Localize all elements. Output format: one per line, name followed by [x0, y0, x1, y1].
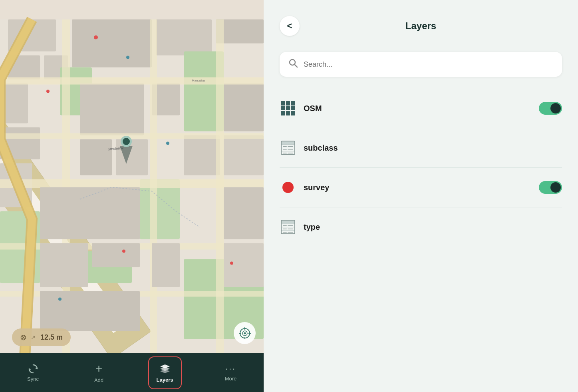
sync-label: Sync [27, 376, 39, 382]
osm-icon [280, 100, 296, 117]
gps-unit-icon: ↗ [31, 334, 36, 340]
back-button[interactable]: < [280, 16, 300, 36]
nav-item-more[interactable]: ··· More [198, 353, 264, 392]
location-pin [120, 136, 133, 164]
type-layer-name: type [304, 223, 562, 232]
layers-list: OSM subclass survey [264, 89, 578, 392]
gps-badge: ⊗ ↗ 12.5 m [12, 328, 71, 346]
type-icon [280, 219, 296, 235]
sync-icon [28, 363, 39, 374]
osm-toggle[interactable] [539, 102, 562, 115]
survey-toggle[interactable] [539, 181, 562, 194]
map-panel: Smolensk Marsalka ⊗ ↗ 12.5 m [0, 0, 264, 392]
nav-item-add[interactable]: + Add [66, 353, 132, 392]
add-icon: + [95, 362, 103, 376]
survey-toggle-knob [550, 182, 561, 193]
survey-layer-name: survey [304, 183, 532, 192]
gps-center-button[interactable] [234, 322, 256, 344]
back-chevron-icon: < [287, 22, 292, 30]
layers-header: < Layers [264, 0, 578, 44]
svg-line-57 [295, 65, 298, 68]
layers-panel-title: Layers [300, 20, 542, 32]
osm-toggle-knob [550, 103, 561, 113]
gps-distance: 12.5 m [40, 333, 63, 342]
gps-icon: ⊗ [20, 332, 27, 342]
svg-point-51 [244, 332, 246, 334]
layer-item-osm: OSM [280, 89, 562, 128]
layers-label: Layers [157, 377, 173, 383]
bottom-navigation: Sync + Add Layers ··· More [0, 353, 264, 392]
nav-item-sync[interactable]: Sync [0, 353, 66, 392]
pin-shadow [120, 146, 133, 164]
survey-icon [280, 179, 296, 196]
subclass-icon [280, 139, 296, 156]
more-icon: ··· [225, 364, 236, 374]
gps-target-icon [239, 327, 251, 339]
pin-circle [121, 136, 132, 147]
layers-icon [159, 362, 171, 375]
layer-item-type: type [280, 207, 562, 247]
subclass-layer-name: subclass [304, 143, 562, 153]
more-label: More [225, 376, 237, 382]
map-overlay [0, 0, 264, 353]
search-container [280, 52, 562, 77]
layers-panel: < Layers OSM [264, 0, 578, 392]
nav-item-layers[interactable]: Layers [132, 353, 198, 392]
layer-item-survey: survey [280, 168, 562, 207]
add-label: Add [94, 377, 103, 383]
osm-layer-name: OSM [304, 104, 532, 113]
search-icon [288, 58, 298, 70]
layer-item-subclass: subclass [280, 128, 562, 168]
search-input[interactable] [304, 60, 553, 69]
